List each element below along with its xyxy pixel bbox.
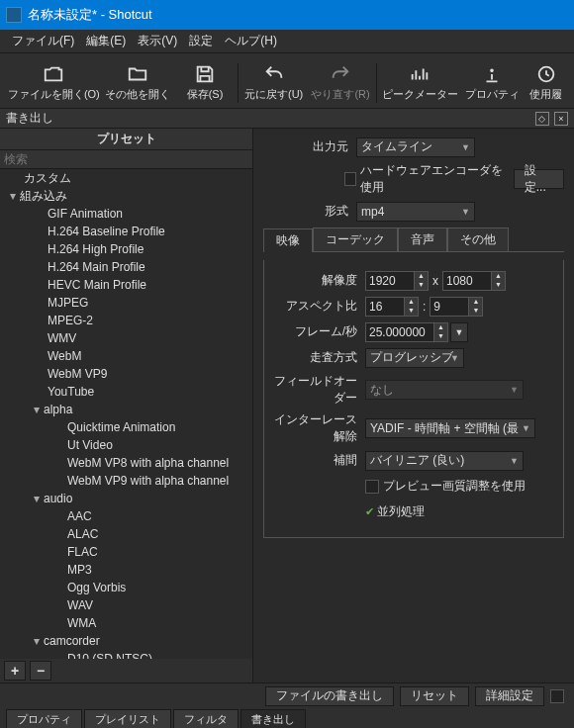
tree-branch[interactable]: ▾alpha [0, 401, 252, 418]
btab-properties[interactable]: プロパティ [6, 709, 82, 728]
scan-combo[interactable]: プログレッシブ▼ [365, 348, 464, 368]
tab-codec[interactable]: コーデック [313, 228, 398, 251]
preset-actions: + − [0, 659, 252, 682]
hw-encoder-checkbox[interactable] [344, 172, 356, 186]
tree-item[interactable]: カスタム [0, 169, 252, 187]
menubar: ファイル(F) 編集(E) 表示(V) 設定 ヘルプ(H) [0, 30, 574, 53]
tree-item[interactable]: WAV [0, 596, 252, 614]
export-panel-header: 書き出し ◇ × [0, 109, 574, 129]
separator [376, 63, 377, 103]
reset-button[interactable]: リセット [400, 686, 469, 706]
spin-down-icon: ▼ [415, 281, 428, 290]
tree-item[interactable]: HEVC Main Profile [0, 276, 252, 294]
tb-open-other[interactable]: その他を開く [102, 61, 174, 104]
tree-item[interactable]: MJPEG [0, 294, 252, 312]
preset-tree[interactable]: カスタム ▾組み込み GIF Animation H.264 Baseline … [0, 169, 252, 659]
advanced-checkbox[interactable] [550, 689, 564, 703]
interp-label: 補間 [272, 452, 365, 469]
bottom-tabs: プロパティ プレイリスト フィルタ 書き出し [0, 708, 574, 728]
btab-playlist[interactable]: プレイリスト [84, 709, 171, 728]
toolbar: ファイルを開く(O) その他を開く 保存(S) 元に戻す(U) やり直す(R) … [0, 53, 574, 109]
tb-properties[interactable]: プロパティ [461, 61, 525, 104]
tree-item[interactable]: GIF Animation [0, 205, 252, 223]
tree-branch[interactable]: ▾audio [0, 490, 252, 507]
hw-encoder-label: ハードウェアエンコーダを使用 [360, 162, 503, 196]
deinterlace-combo[interactable]: YADIF - 時間軸 + 空間軸 (最▼ [365, 418, 535, 438]
undo-icon [263, 63, 285, 85]
tab-audio[interactable]: 音声 [398, 228, 447, 251]
tree-item[interactable]: H.264 Baseline Profile [0, 223, 252, 240]
tb-open[interactable]: ファイルを開く(O) [6, 61, 102, 104]
hw-settings-button[interactable]: 設定... [514, 169, 564, 189]
tree-item[interactable]: WebM VP8 with alpha channel [0, 454, 252, 472]
tree-item[interactable]: H.264 Main Profile [0, 258, 252, 276]
aspect-h-spinner[interactable]: ▲▼ [430, 297, 483, 317]
tree-item[interactable]: MP3 [0, 561, 252, 579]
parallel-checkbox[interactable]: ✔並列処理 [365, 503, 425, 520]
tb-undo[interactable]: 元に戻す(U) [240, 61, 307, 104]
menu-settings[interactable]: 設定 [183, 33, 219, 49]
aspect-w-spinner[interactable]: ▲▼ [365, 297, 419, 317]
tb-peak[interactable]: ピークメーター [379, 61, 461, 104]
preview-quality-checkbox[interactable] [365, 480, 379, 494]
tb-save[interactable]: 保存(S) [174, 61, 236, 104]
panel-float-icon[interactable]: ◇ [535, 112, 549, 126]
tree-item[interactable]: YouTube [0, 383, 252, 401]
fps-label: フレーム/秒 [272, 323, 365, 340]
advanced-button[interactable]: 詳細設定 [475, 686, 544, 706]
panel-close-icon[interactable]: × [554, 112, 568, 126]
menu-view[interactable]: 表示(V) [132, 33, 183, 49]
preset-header: プリセット [0, 129, 252, 150]
search-input[interactable] [0, 150, 252, 168]
export-form: 出力元 タイムライン▼ ハードウェアエンコーダを使用 設定... 形式 mp4▼… [253, 129, 574, 682]
tree-branch[interactable]: ▾camcorder [0, 632, 252, 650]
meter-icon [409, 63, 430, 85]
tree-item[interactable]: Ogg Vorbis [0, 579, 252, 596]
tree-item[interactable]: H.264 High Profile [0, 240, 252, 258]
tb-redo[interactable]: やり直す(R) [307, 61, 373, 104]
menu-file[interactable]: ファイル(F) [6, 33, 80, 49]
tb-history[interactable]: 使用履 [524, 61, 568, 104]
menu-edit[interactable]: 編集(E) [80, 33, 132, 49]
format-combo[interactable]: mp4▼ [356, 202, 475, 222]
res-height-spinner[interactable]: ▲▼ [442, 271, 506, 291]
interp-combo[interactable]: バイリニア (良い)▼ [365, 451, 524, 471]
tab-other[interactable]: その他 [447, 228, 509, 251]
main-area: プリセット カスタム ▾組み込み GIF Animation H.264 Bas… [0, 129, 574, 682]
redo-icon [330, 63, 351, 85]
tree-item[interactable]: Ut Video [0, 436, 252, 454]
fps-spinner[interactable]: ▲▼ [365, 322, 448, 342]
remove-preset-button[interactable]: − [30, 661, 51, 681]
add-preset-button[interactable]: + [4, 661, 26, 681]
res-width-spinner[interactable]: ▲▼ [365, 271, 429, 291]
info-icon [481, 63, 503, 85]
chevron-down-icon: ▾ [34, 402, 44, 417]
svg-point-0 [492, 69, 494, 71]
deinterlace-label: インターレース解除 [272, 411, 365, 445]
tree-item[interactable]: WMV [0, 329, 252, 347]
tree-branch[interactable]: ▾組み込み [0, 187, 252, 205]
tree-item[interactable]: D10 (SD NTSC) [0, 650, 252, 659]
tree-item[interactable]: WebM VP9 with alpha channel [0, 472, 252, 490]
spin-up-icon: ▲ [415, 272, 428, 281]
tree-item[interactable]: WebM VP9 [0, 365, 252, 383]
export-file-button[interactable]: ファイルの書き出し [265, 686, 394, 706]
source-combo[interactable]: タイムライン▼ [356, 137, 475, 157]
save-icon [194, 63, 216, 85]
tree-item[interactable]: ALAC [0, 525, 252, 543]
titlebar: 名称未設定* - Shotcut [0, 0, 574, 30]
tree-item[interactable]: WMA [0, 614, 252, 632]
tree-item[interactable]: FLAC [0, 543, 252, 561]
format-label: 形式 [263, 203, 356, 220]
fps-preset-button[interactable]: ▼ [450, 322, 468, 342]
btab-export[interactable]: 書き出し [240, 709, 306, 728]
menu-help[interactable]: ヘルプ(H) [219, 33, 283, 49]
resolution-label: 解像度 [272, 272, 365, 289]
chevron-down-icon: ▾ [34, 491, 44, 506]
tree-item[interactable]: AAC [0, 507, 252, 525]
tree-item[interactable]: Quicktime Animation [0, 418, 252, 436]
btab-filter[interactable]: フィルタ [173, 709, 239, 728]
tree-item[interactable]: MPEG-2 [0, 312, 252, 329]
tree-item[interactable]: WebM [0, 347, 252, 365]
tab-video[interactable]: 映像 [263, 228, 313, 252]
